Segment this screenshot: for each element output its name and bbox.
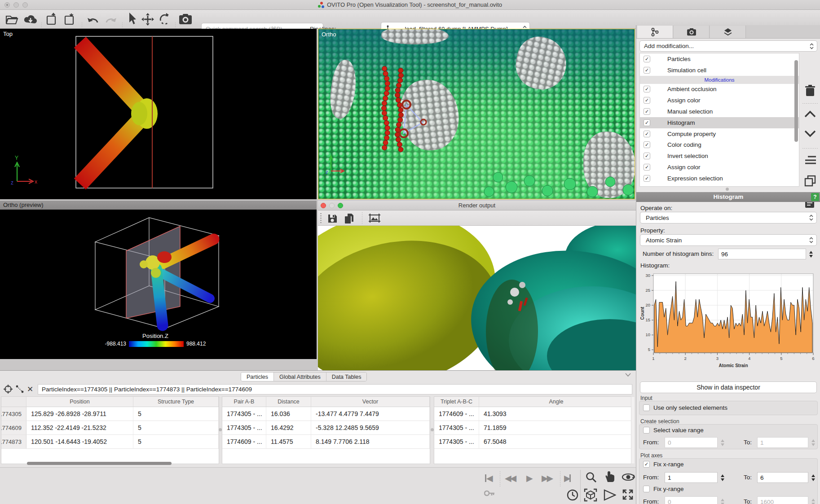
select-to-stepper[interactable] bbox=[810, 437, 816, 448]
pipeline-item-checkbox[interactable]: ✓ bbox=[644, 153, 650, 159]
undo-icon[interactable] bbox=[86, 14, 100, 25]
viewport-ortho[interactable]: z Ortho bbox=[318, 29, 635, 199]
step-back-button[interactable]: ◀◀ bbox=[505, 474, 515, 482]
collapse-inspector-icon[interactable] bbox=[625, 373, 631, 377]
pipeline-item-checkbox[interactable]: ✓ bbox=[644, 108, 650, 115]
checkbox-icon[interactable]: ✓ bbox=[643, 486, 650, 492]
y-from-input[interactable]: 0 bbox=[665, 496, 718, 504]
select-from-stepper[interactable] bbox=[719, 437, 725, 448]
pipeline-item-checkbox[interactable]: ✓ bbox=[644, 119, 650, 126]
y-to-input[interactable]: 1600 bbox=[757, 496, 808, 504]
table-row[interactable]: 1774305 - ...16.036-13.477 4.4779 7.4479 bbox=[222, 407, 430, 421]
step-forward-button[interactable]: ▶▶ bbox=[542, 474, 552, 482]
table-row[interactable]: 1774305 - ...67.5048 bbox=[434, 435, 635, 449]
measure-distance-icon[interactable] bbox=[15, 385, 24, 394]
redo-icon[interactable] bbox=[104, 14, 118, 25]
viewport-preview[interactable]: Position.Z -988.413 988.412 bbox=[0, 210, 317, 359]
pipeline-item-histogram[interactable]: ✓Histogram bbox=[640, 117, 799, 128]
save-session-icon[interactable] bbox=[46, 13, 58, 26]
inspector-tab-global-attributes[interactable]: Global Attributes bbox=[274, 373, 326, 381]
select-from-input[interactable]: 0 bbox=[665, 437, 718, 448]
pipeline-item-simulation-cell[interactable]: ✓Simulation cell bbox=[640, 65, 799, 76]
select-to-input[interactable]: 1 bbox=[757, 437, 808, 448]
bins-input[interactable]: 96 bbox=[718, 249, 806, 259]
minimize-window-icon[interactable] bbox=[13, 2, 19, 8]
use-only-selected-checkbox[interactable]: ✓ Use only selected elements bbox=[643, 404, 727, 411]
inspector-tab-particles[interactable]: Particles bbox=[241, 373, 274, 381]
pipeline-item-particles[interactable]: ✓Particles bbox=[640, 53, 799, 65]
field-of-view-icon[interactable] bbox=[604, 489, 616, 501]
table-row[interactable]: 1774609 - ...11.45758.149 7.7706 2.118 bbox=[222, 435, 430, 449]
y-from-stepper[interactable] bbox=[719, 496, 725, 504]
pipeline-item-checkbox[interactable]: ✓ bbox=[644, 164, 650, 171]
x-to-stepper[interactable] bbox=[810, 472, 816, 483]
pipeline-item-checkbox[interactable]: ✓ bbox=[644, 131, 650, 137]
pan-mode-icon[interactable] bbox=[604, 470, 615, 483]
delete-modifier-icon[interactable] bbox=[804, 84, 816, 97]
table-splitter-handle[interactable] bbox=[431, 428, 434, 431]
table-row[interactable]: 1774609 - ...41.3093 bbox=[434, 407, 635, 421]
help-button[interactable]: ? bbox=[811, 193, 819, 201]
fix-y-range-checkbox[interactable]: ✓ Fix y-range bbox=[643, 486, 684, 492]
pipeline-item-assign-color[interactable]: ✓Assign color bbox=[640, 162, 799, 173]
checkbox-icon[interactable]: ✓ bbox=[643, 427, 650, 434]
tab-layers[interactable] bbox=[710, 26, 746, 38]
tab-rendering[interactable] bbox=[674, 26, 710, 38]
pipeline-item-compute-property[interactable]: ✓Compute property bbox=[640, 128, 799, 140]
toolbar-drag-handle[interactable] bbox=[320, 213, 322, 223]
table-splitter-handle[interactable] bbox=[219, 428, 222, 431]
column-header[interactable]: Position bbox=[26, 397, 133, 407]
column-header[interactable]: Vector bbox=[311, 397, 430, 407]
pipeline-item-invert-selection[interactable]: ✓Invert selection bbox=[640, 150, 799, 162]
table-row[interactable]: 1774873120.501 -14.6443 -19.40525 bbox=[1, 435, 219, 449]
viewport-top[interactable]: Top Y x bbox=[0, 29, 317, 199]
pipeline-item-checkbox[interactable]: ✓ bbox=[644, 175, 650, 182]
pipeline-item-assign-color[interactable]: ✓Assign color bbox=[640, 95, 799, 106]
move-mode-icon[interactable] bbox=[141, 13, 154, 26]
pipeline-item-manual-selection[interactable]: ✓Manual selection bbox=[640, 106, 799, 117]
crop-image-icon[interactable] bbox=[368, 213, 381, 223]
render-camera-icon[interactable] bbox=[179, 14, 192, 25]
table-row[interactable]: 1774305125.829 -26.8928 -28.97115 bbox=[1, 407, 219, 421]
x-to-input[interactable]: 6 bbox=[757, 472, 808, 483]
viewport-preview-titlebar[interactable]: Ortho (preview) bbox=[0, 201, 317, 210]
clear-filter-icon[interactable]: ✕ bbox=[27, 385, 33, 394]
import-remote-file-icon[interactable] bbox=[23, 14, 38, 24]
jump-to-end-button[interactable]: ▶ bbox=[564, 474, 571, 482]
make-independent-copy-icon[interactable] bbox=[804, 175, 816, 187]
x-from-input[interactable]: 1 bbox=[665, 472, 718, 483]
column-header[interactable]: Structure Type bbox=[133, 397, 219, 407]
orbit-mode-icon[interactable] bbox=[622, 472, 635, 482]
close-window-icon[interactable] bbox=[4, 2, 10, 8]
maximize-viewport-icon[interactable] bbox=[622, 488, 634, 501]
pipeline-item-checkbox[interactable]: ✓ bbox=[644, 86, 650, 92]
checkbox-icon[interactable]: ✓ bbox=[643, 404, 650, 411]
pipeline-item-expression-selection[interactable]: ✓Expression selection bbox=[640, 173, 799, 184]
pipeline-item-checkbox[interactable]: ✓ bbox=[644, 67, 650, 74]
jump-to-start-button[interactable]: ◀ bbox=[485, 474, 492, 482]
column-header[interactable]: Distance bbox=[266, 397, 311, 407]
operate-on-dropdown[interactable]: Particles bbox=[640, 212, 817, 224]
animation-settings-clock-icon[interactable] bbox=[567, 489, 578, 501]
rotate-mode-icon[interactable] bbox=[158, 13, 171, 26]
y-to-stepper[interactable] bbox=[810, 496, 816, 504]
pipeline-item-ambient-occlusion[interactable]: ✓Ambient occlusion bbox=[640, 84, 799, 95]
bins-stepper[interactable] bbox=[808, 249, 814, 259]
import-file-icon[interactable] bbox=[64, 13, 76, 26]
pipeline-list-scrollbar[interactable] bbox=[794, 60, 798, 142]
viewport-splitter-horizontal[interactable] bbox=[0, 199, 317, 201]
move-modifier-down-icon[interactable] bbox=[804, 130, 816, 137]
inspector-tab-data-tables[interactable]: Data Tables bbox=[326, 373, 367, 381]
viewport-top-label[interactable]: Top bbox=[3, 31, 13, 37]
x-from-stepper[interactable] bbox=[719, 472, 725, 483]
table-row[interactable]: 1774305 - ...71.1859 bbox=[434, 421, 635, 435]
pipeline-item-checkbox[interactable]: ✓ bbox=[644, 97, 650, 104]
tab-pipeline[interactable] bbox=[637, 26, 673, 38]
table-vertical-scrollbar[interactable] bbox=[631, 396, 635, 464]
table-row[interactable]: 1774305 - ...16.4292-5.328 12.2485 9.565… bbox=[222, 421, 430, 435]
zoom-mode-icon[interactable] bbox=[585, 471, 597, 483]
pipeline-item-checkbox[interactable]: ✓ bbox=[644, 141, 650, 148]
move-modifier-up-icon[interactable] bbox=[804, 110, 816, 118]
show-in-data-inspector-button[interactable]: Show in data inspector bbox=[640, 381, 817, 393]
play-button[interactable]: ▶ bbox=[526, 474, 532, 482]
